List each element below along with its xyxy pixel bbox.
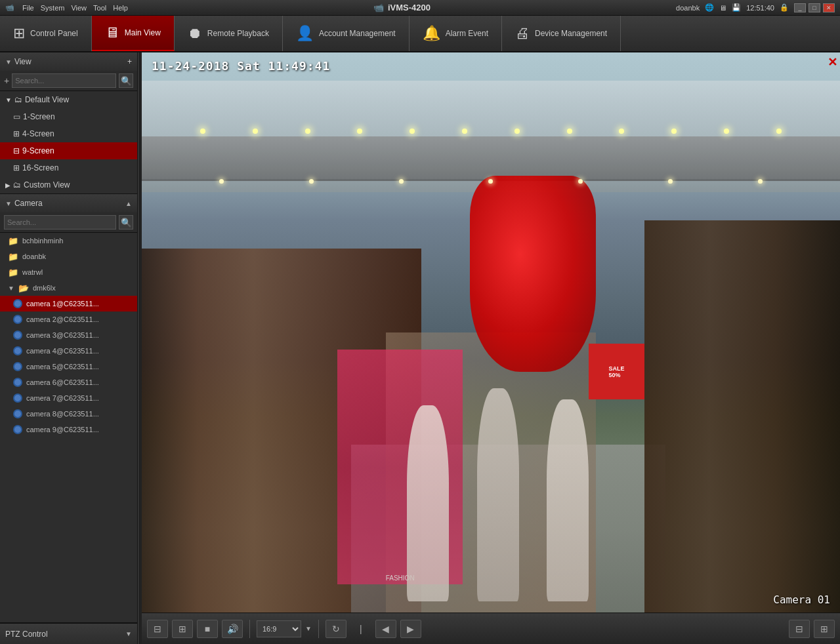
menu-view[interactable]: View xyxy=(71,4,87,12)
tree-item-custom-view[interactable]: ▶ 🗂 Custom View xyxy=(0,176,137,193)
camera-section: ▼ Camera ▲ 🔍 📁 bchbinhminh 📁 doanbk xyxy=(0,194,137,623)
view-search-button[interactable]: 🔍 xyxy=(119,73,133,88)
group-label-doanbk: doanbk xyxy=(22,252,46,260)
alarm-label: Alarm Event xyxy=(446,29,488,38)
toolbar-divider-2 xyxy=(318,620,319,638)
app-small-icon: 📹 xyxy=(5,3,14,12)
alarm-icon: 🔔 xyxy=(423,25,440,42)
window-controls: _ □ ✕ xyxy=(794,3,835,12)
view-section-header[interactable]: ▼ View + xyxy=(0,52,137,71)
tree-label-9screen: 9-Screen xyxy=(22,146,54,155)
nav-remote-playback[interactable]: ⏺ Remote Playback xyxy=(175,16,283,51)
camera-item-6[interactable]: camera 6@C623511... xyxy=(0,374,137,390)
screen-9-icon: ⊟ xyxy=(13,146,20,155)
camera-label-4: camera 4@C623511... xyxy=(26,347,99,355)
nav-account-management[interactable]: 👤 Account Management xyxy=(283,16,410,51)
tree-item-1screen[interactable]: ▭ 1-Screen xyxy=(0,108,137,125)
toolbar-divider-1 xyxy=(249,620,250,638)
view-section-title: View xyxy=(14,57,32,66)
control-panel-icon: ⊞ xyxy=(13,25,25,42)
group-bchbinhminh[interactable]: 📁 bchbinhminh xyxy=(0,233,137,249)
group-dmk6lx[interactable]: ▼ 📂 dmk6lx xyxy=(0,280,137,296)
camera-status-dot-9 xyxy=(13,425,22,434)
camera-item-7[interactable]: camera 7@C623511... xyxy=(0,390,137,406)
folder-icon-doanbk: 📁 xyxy=(8,252,18,262)
light-7 xyxy=(514,129,520,134)
ptz-collapse-icon[interactable]: ▼ xyxy=(125,630,132,637)
titlebar: 📹 File System View Tool Help 📹 iVMS-4200… xyxy=(0,0,840,16)
camera-search-input[interactable] xyxy=(4,215,116,230)
camera-search-button[interactable]: 🔍 xyxy=(119,215,133,230)
nav-control-panel[interactable]: ⊞ Control Panel xyxy=(0,16,92,51)
menu-tool[interactable]: Tool xyxy=(93,4,106,12)
camera-section-header[interactable]: ▼ Camera ▲ xyxy=(0,194,137,212)
group-doanbk[interactable]: 📁 doanbk xyxy=(0,249,137,264)
next-button[interactable]: ▶ xyxy=(400,620,421,638)
rail-lights xyxy=(177,165,805,198)
mannequin-2 xyxy=(477,388,519,601)
camera-item-1[interactable]: camera 1@C623511... xyxy=(0,296,137,312)
nav-device-management[interactable]: 🖨 Device Management xyxy=(502,16,621,51)
menu-help[interactable]: Help xyxy=(113,4,128,12)
group-watrwl[interactable]: 📁 watrwl xyxy=(0,264,137,280)
camera-item-9[interactable]: camera 9@C623511... xyxy=(0,422,137,437)
prev-button[interactable]: ◀ xyxy=(375,620,396,638)
snapshot-button[interactable]: ⊟ xyxy=(147,620,168,638)
tree-label-1screen: 1-Screen xyxy=(23,112,55,121)
rail-light-6 xyxy=(668,179,673,184)
custom-view-folder-icon: 🗂 xyxy=(13,180,21,190)
camera-item-3[interactable]: camera 3@C623511... xyxy=(0,327,137,343)
layout-view-button[interactable]: ⊟ xyxy=(789,620,810,638)
balloon-decoration xyxy=(470,176,596,372)
device-label: Device Management xyxy=(535,29,607,38)
camera-item-8[interactable]: camera 8@C623511... xyxy=(0,406,137,422)
lock-icon: 🔒 xyxy=(780,3,789,12)
tree-item-default-view[interactable]: ▼ 🗂 Default View xyxy=(0,91,137,108)
cctv-footage: FASHION SALE50% 11-24-2018 Sat 11:49:41 … xyxy=(142,52,840,613)
tree-item-9screen[interactable]: ⊟ 9-Screen xyxy=(0,142,137,159)
light-10 xyxy=(671,129,677,134)
video-timestamp: 11-24-2018 Sat 11:49:41 xyxy=(152,59,330,73)
menu-system[interactable]: System xyxy=(41,4,65,12)
tree-item-4screen[interactable]: ⊞ 4-Screen xyxy=(0,125,137,142)
camera-item-2[interactable]: camera 2@C623511... xyxy=(0,312,137,327)
tree-item-16screen[interactable]: ⊞ 16-Screen xyxy=(0,159,137,176)
camera-status-dot-7 xyxy=(13,393,22,403)
aspect-dropdown-icon: ▼ xyxy=(305,625,312,632)
close-video-button[interactable]: ✕ xyxy=(828,55,837,70)
toolbar-right: ⊟ ⊞ xyxy=(789,620,835,638)
minimize-button[interactable]: _ xyxy=(794,3,806,12)
camera-header-left: ▼ Camera xyxy=(5,199,43,208)
camera-status-dot-4 xyxy=(13,346,22,355)
add-view-icon[interactable]: + xyxy=(127,57,132,66)
light-5 xyxy=(410,129,415,134)
camera-item-4[interactable]: camera 4@C623511... xyxy=(0,343,137,359)
mannequin-3 xyxy=(547,399,589,601)
video-camera-label: Camera 01 xyxy=(773,594,830,606)
aspect-ratio-select[interactable]: 16:9 4:3 Original xyxy=(257,620,301,637)
fullscreen-button[interactable]: ⊞ xyxy=(814,620,835,638)
light-2 xyxy=(253,129,258,134)
grid-layout-button[interactable]: ⊞ xyxy=(172,620,193,638)
view-section: ▼ View + + 🔍 ▼ 🗂 Default View ▭ 1-Screen xyxy=(0,52,137,194)
audio-button[interactable]: 🔊 xyxy=(222,620,243,638)
main-view-icon: 🖥 xyxy=(105,24,119,41)
refresh-button[interactable]: ↻ xyxy=(326,620,346,638)
camera-search-bar: 🔍 xyxy=(0,212,137,233)
add-item-icon[interactable]: + xyxy=(4,75,9,86)
main-layout: ▼ View + + 🔍 ▼ 🗂 Default View ▭ 1-Screen xyxy=(0,52,840,644)
nav-alarm-event[interactable]: 🔔 Alarm Event xyxy=(410,16,502,51)
camera-item-5[interactable]: camera 5@C623511... xyxy=(0,359,137,374)
app-icon: 📹 xyxy=(373,3,384,12)
nav-main-view[interactable]: 🖥 Main View xyxy=(92,16,175,51)
maximize-button[interactable]: □ xyxy=(808,3,820,12)
stop-button[interactable]: ■ xyxy=(197,620,218,638)
close-window-button[interactable]: ✕ xyxy=(823,3,835,12)
view-search-input[interactable] xyxy=(12,73,116,88)
sidebar: ▼ View + + 🔍 ▼ 🗂 Default View ▭ 1-Screen xyxy=(0,52,138,644)
camera-label-3: camera 3@C623511... xyxy=(26,331,99,339)
sale-sign: SALE50% xyxy=(589,344,644,399)
menu-file[interactable]: File xyxy=(22,4,34,12)
screen-4-icon: ⊞ xyxy=(13,129,20,138)
folder-icon-watrwl: 📁 xyxy=(8,268,18,277)
